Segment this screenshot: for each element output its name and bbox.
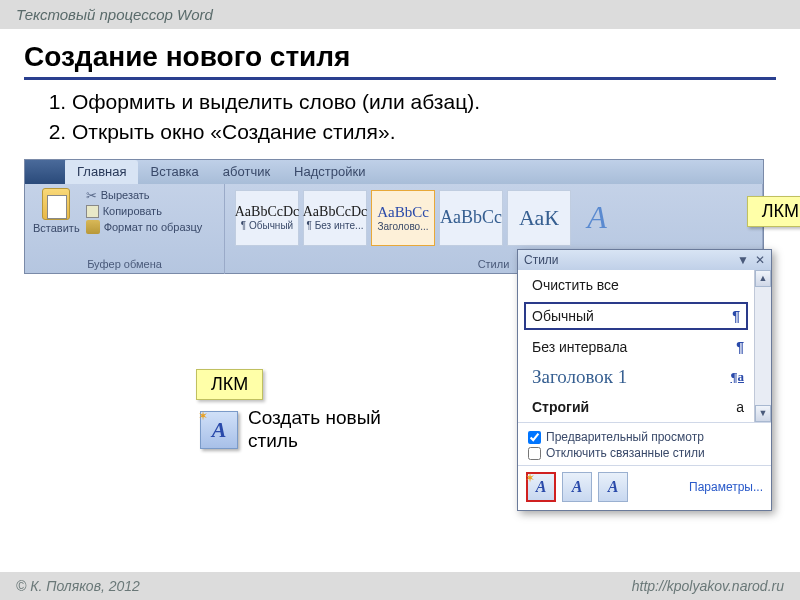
style-nospacing[interactable]: AaBbCcDc¶ Без инте... [303,190,367,246]
style-item-normal[interactable]: Обычный¶ [524,302,748,330]
scrollbar[interactable]: ▲ ▼ [754,270,771,422]
tab-home[interactable]: Главная [65,160,138,184]
office-button[interactable] [25,160,65,184]
copy-button[interactable]: Копировать [86,205,203,218]
aa-icon: A [608,478,619,496]
star-icon: ✶ [198,409,208,423]
panel-footer: ✶A A A Параметры... [518,465,771,510]
panel-options: Предварительный просмотр Отключить связа… [518,422,771,465]
style-heading1[interactable]: AaBbCcЗаголово... [371,190,435,246]
lkm-callout-launcher: ЛКМ [747,196,800,227]
lkm-callout-create: ЛКМ [196,369,263,400]
tab-insert[interactable]: Вставка [138,160,210,184]
pilcrow-icon: ¶ [732,308,740,324]
tab-addins[interactable]: Надстройки [282,160,377,184]
create-style-label: Создать новый стиль [248,407,381,453]
close-icon[interactable]: ✕ [755,253,765,267]
step-2: Открыть окно «Создание стиля». [72,118,776,146]
cut-button[interactable]: ✂Вырезать [86,188,203,203]
linked-checkbox[interactable] [528,447,541,460]
brush-icon [86,220,100,234]
preview-checkbox[interactable] [528,431,541,444]
style-title[interactable]: АаК [507,190,571,246]
char-icon: a [736,399,744,415]
style-item-nospacing[interactable]: Без интервала¶ [518,332,754,362]
scissors-icon: ✂ [86,188,97,203]
create-style-icon[interactable]: ✶ A [200,411,238,449]
format-painter-button[interactable]: Формат по образцу [86,220,203,234]
paste-button[interactable]: Вставить [33,188,80,234]
styles-panel: Стили ▼ ✕ Очистить все Обычный¶ Без инте… [517,249,772,511]
paste-label: Вставить [33,222,80,234]
style-item-strong[interactable]: Строгийa [518,392,754,422]
params-link[interactable]: Параметры... [689,480,763,494]
tab-developer[interactable]: аботчик [211,160,282,184]
ribbon-tabs: Главная Вставка аботчик Надстройки [25,160,763,184]
clear-all[interactable]: Очистить все [518,270,754,300]
aa-icon: A [572,478,583,496]
scroll-up-icon[interactable]: ▲ [755,270,771,287]
aa-icon: A [536,478,547,496]
copy-icon [86,205,99,218]
new-style-button[interactable]: ✶A [526,472,556,502]
manage-styles-button[interactable]: A [598,472,628,502]
panel-header[interactable]: Стили ▼ ✕ [518,250,771,270]
aa-icon: A [212,417,227,443]
step-1: Оформить и выделить слово (или абзац). [72,88,776,116]
dropdown-icon[interactable]: ▼ [737,253,749,267]
style-list: Очистить все Обычный¶ Без интервала¶ Заг… [518,270,771,422]
topbar: Текстовый процессор Word [0,0,800,29]
change-styles-button[interactable]: A [575,190,619,246]
scroll-down-icon[interactable]: ▼ [755,405,771,422]
steps-list: Оформить и выделить слово (или абзац). О… [72,88,776,147]
copyright: © К. Поляков, 2012 [16,578,140,594]
style-normal[interactable]: AaBbCcDc¶ Обычный [235,190,299,246]
star-icon: ✶ [525,471,535,485]
style-heading2[interactable]: AaBbCc [439,190,503,246]
clipboard-group-label: Буфер обмена [33,258,216,272]
pilcrow-icon: ¶ [736,339,744,355]
style-inspector-button[interactable]: A [562,472,592,502]
linked-icon: ¶a [730,369,744,385]
create-style-row: ✶ A Создать новый стиль [200,407,381,453]
footer: © К. Поляков, 2012 http://kpolyakov.naro… [0,572,800,600]
big-a-icon: A [587,199,607,236]
slide: Создание нового стиля Оформить и выделит… [0,29,800,581]
paste-icon [42,188,70,220]
scroll-track[interactable] [755,287,771,405]
style-item-heading1[interactable]: Заголовок 1¶a [518,362,754,392]
site-url: http://kpolyakov.narod.ru [632,578,784,594]
panel-title: Стили [524,253,731,267]
page-title: Создание нового стиля [24,41,776,80]
group-clipboard: Вставить ✂Вырезать Копировать Формат по … [25,184,225,274]
